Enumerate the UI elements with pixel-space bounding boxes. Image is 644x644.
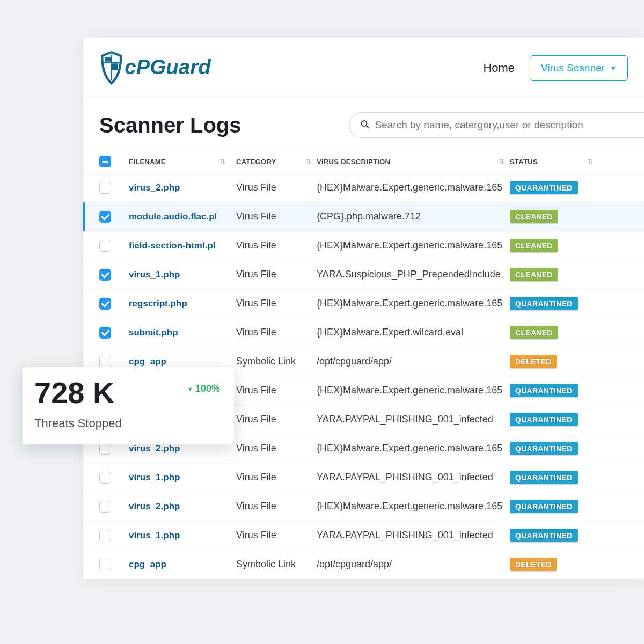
category-cell: Virus File [236,182,317,193]
description-cell: {HEX}Malware.Expert.generic.malware.165 [317,501,510,512]
row-checkbox[interactable] [99,472,111,484]
category-cell: Symbolic Link [236,356,317,367]
filename-link[interactable]: virus_1.php [129,269,180,280]
description-cell: {HEX}Malware.Expert.generic.malware.165 [317,298,510,309]
table-row: cpg_appSymbolic Link/opt/cpguard/app/DEL… [83,550,644,579]
status-badge: QUARANTINED [510,500,578,513]
caret-down-icon: ▼ [610,64,617,72]
category-cell: Virus File [236,385,317,396]
scanner-logs-table: FILENAME ⇅ CATEGORY ⇅ VIRUS DESCRIPTION … [83,150,644,579]
description-cell: {HEX}Malware.Expert.generic.malware.165 [317,182,510,193]
status-badge: CLEANED [510,239,558,252]
table-row: virus_1.phpVirus FileYARA.Suspicious_PHP… [83,260,644,289]
col-status-header[interactable]: STATUS [510,158,538,166]
category-cell: Virus File [236,472,317,483]
filename-link[interactable]: submit.php [129,327,178,338]
row-checkbox[interactable] [99,211,111,223]
category-cell: Virus File [236,414,317,425]
filename-link[interactable]: module.audio.flac.pl [129,211,217,222]
status-badge: CLEANED [510,326,558,339]
subheader: Scanner Logs [83,97,644,150]
page-title: Scanner Logs [99,113,241,137]
description-cell: {HEX}Malware.Expert.generic.malware.165 [317,443,510,454]
stat-value: 728 K [34,378,114,408]
category-cell: Virus File [236,269,317,280]
shield-logo-icon: cPGuard [99,49,222,87]
search-icon [361,120,369,130]
sort-icon[interactable]: ⇅ [220,158,225,165]
description-cell: {CPG}.php.malware.712 [317,211,510,222]
status-badge: QUARANTINED [510,442,578,455]
sort-icon[interactable]: ⇅ [499,158,504,165]
category-cell: Virus File [236,443,317,454]
status-badge: CLEANED [510,268,558,281]
category-cell: Virus File [236,211,317,222]
col-filename-header[interactable]: FILENAME [129,158,166,166]
table-row: submit.phpVirus File{HEX}Malware.Expert.… [83,318,644,347]
table-row: virus_2.phpVirus File{HEX}Malware.Expert… [83,492,644,521]
table-header: FILENAME ⇅ CATEGORY ⇅ VIRUS DESCRIPTION … [83,150,644,173]
sort-icon[interactable]: ⇅ [588,158,593,165]
status-badge: QUARANTINED [510,297,578,310]
top-nav: Home Virus Scanner ▼ [483,55,628,81]
status-badge: CLEANED [510,210,558,223]
status-badge: DELETED [510,355,557,368]
filename-link[interactable]: virus_2.php [129,182,180,193]
status-badge: DELETED [510,558,557,571]
row-checkbox[interactable] [99,356,111,368]
svg-text:cPGuard: cPGuard [125,55,211,78]
sort-icon[interactable]: ⇅ [306,158,311,165]
filename-link[interactable]: cpg_app [129,559,166,569]
description-cell: {HEX}Malware.Expert.generic.malware.165 [317,240,510,251]
table-row: field-section-html.plVirus File{HEX}Malw… [83,231,644,260]
threats-stopped-card: 728 K ▼ 100% Threats Stopped [23,367,234,444]
description-cell: YARA.PAYPAL_PHISHING_001_infected [317,414,510,425]
row-checkbox[interactable] [99,269,111,281]
description-cell: YARA.PAYPAL_PHISHING_001_infected [317,472,510,483]
table-row: virus_1.phpVirus FileYARA.PAYPAL_PHISHIN… [83,521,644,550]
category-cell: Virus File [236,327,317,338]
nav-home[interactable]: Home [483,61,515,75]
category-cell: Symbolic Link [236,559,317,570]
category-cell: Virus File [236,298,317,309]
row-checkbox[interactable] [99,298,111,310]
table-row: virus_2.phpVirus File{HEX}Malware.Expert… [83,173,644,202]
filename-link[interactable]: virus_2.php [129,501,180,511]
description-cell: {HEX}Malware.Expert.generic.malware.165 [317,385,510,396]
table-row: module.audio.flac.plVirus File{CPG}.php.… [83,202,644,231]
brand-logo[interactable]: cPGuard [99,49,222,87]
col-category-header[interactable]: CATEGORY [236,158,276,166]
filename-link[interactable]: cpg_app [129,356,166,367]
description-cell: /opt/cpguard/app/ [317,356,510,367]
category-cell: Virus File [236,530,317,541]
category-cell: Virus File [236,501,317,512]
dropdown-label: Virus Scanner [541,62,605,74]
svg-rect-0 [105,57,111,62]
row-checkbox[interactable] [99,530,111,541]
select-all-checkbox[interactable] [99,156,111,167]
row-checkbox[interactable] [99,182,111,194]
stat-percent: ▼ 100% [187,383,220,394]
caret-down-icon: ▼ [187,386,193,392]
filename-link[interactable]: virus_2.php [129,443,180,453]
row-checkbox[interactable] [99,240,111,252]
description-cell: YARA.PAYPAL_PHISHING_001_infected [317,530,510,541]
svg-rect-1 [112,63,118,70]
row-checkbox[interactable] [99,501,111,513]
category-cell: Virus File [236,240,317,251]
row-checkbox[interactable] [99,559,111,570]
col-description-header[interactable]: VIRUS DESCRIPTION [317,158,390,166]
main-panel: cPGuard Home Virus Scanner ▼ Scanner Log… [83,38,644,579]
filename-link[interactable]: regscript.php [129,298,187,309]
filename-link[interactable]: field-section-html.pl [129,240,216,251]
status-badge: QUARANTINED [510,384,578,397]
description-cell: /opt/cpguard/app/ [317,559,510,570]
row-checkbox[interactable] [99,327,111,339]
description-cell: YARA.Suspicious_PHP_PrependedInclude [317,269,510,280]
table-row: regscript.phpVirus File{HEX}Malware.Expe… [83,289,644,318]
search-input[interactable] [349,112,644,138]
filename-link[interactable]: virus_1.php [129,530,180,540]
status-badge: QUARANTINED [510,413,578,426]
virus-scanner-dropdown[interactable]: Virus Scanner ▼ [530,55,628,81]
filename-link[interactable]: virus_1.php [129,472,180,482]
